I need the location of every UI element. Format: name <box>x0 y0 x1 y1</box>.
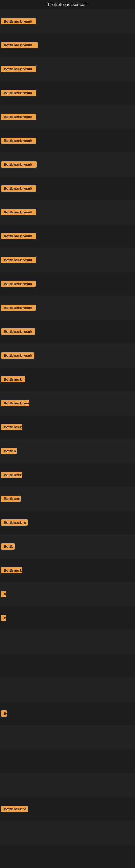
bottleneck-row <box>0 654 135 678</box>
bottleneck-badge[interactable]: Bottleneck r <box>1 376 26 382</box>
bottleneck-badge[interactable]: Bottle <box>1 543 14 550</box>
bottleneck-row <box>0 821 135 845</box>
bottleneck-row: Bottleneck result <box>0 224 135 248</box>
bottleneck-row: Bottleneck result <box>0 57 135 81</box>
bottleneck-badge[interactable]: Bottleneck re <box>1 806 28 812</box>
bottleneck-row: Bottleneck result <box>0 272 135 296</box>
bottleneck-row: Bottleneck result <box>0 33 135 57</box>
bottleneck-badge[interactable]: Bottleneck result <box>1 66 36 72</box>
bottleneck-badge[interactable]: Bottleneck re <box>1 520 28 526</box>
bottleneck-row: Bottle <box>0 534 135 558</box>
bottleneck-badge[interactable]: Bottleneck result <box>1 161 37 167</box>
bottleneck-row <box>0 845 135 868</box>
bottleneck-badge[interactable]: Bottleneck <box>1 472 22 478</box>
bottleneck-row <box>0 773 135 797</box>
bottleneck-row: Bottlenec <box>0 487 135 510</box>
bottleneck-badge[interactable]: Bottleneck result <box>1 42 38 48</box>
bottleneck-badge[interactable]: B <box>1 591 6 597</box>
bottleneck-badge[interactable]: Bottlenec <box>1 496 20 502</box>
bottleneck-row: Bottleneck result <box>0 200 135 224</box>
bottleneck-badge[interactable]: B <box>1 615 6 621</box>
bottleneck-row: Bottleneck result <box>0 296 135 319</box>
bottleneck-row: Bottleneck result <box>0 248 135 272</box>
bottleneck-row <box>0 725 135 749</box>
bottleneck-row: Bottleneck result <box>0 105 135 129</box>
bottleneck-badge[interactable]: Bo <box>1 710 7 717</box>
bottleneck-row: Bo <box>0 702 135 725</box>
bottleneck-badge[interactable]: Bottleneck result <box>1 209 36 215</box>
bottleneck-row: Bottleneck result <box>0 176 135 200</box>
bottleneck-row: B <box>0 606 135 630</box>
bottleneck-row: Bottlen <box>0 439 135 463</box>
bottleneck-row: Bottleneck result <box>0 9 135 33</box>
bottleneck-badge[interactable]: Bottleneck result <box>1 233 36 239</box>
bottleneck-badge[interactable]: Bottleneck result <box>1 137 36 144</box>
bottleneck-badge[interactable]: Bottleneck <box>1 567 22 574</box>
bottleneck-badge[interactable]: Bottleneck result <box>1 90 36 96</box>
bottleneck-row: Bottleneck <box>0 415 135 439</box>
bottleneck-row: Bottleneck r <box>0 367 135 391</box>
bottleneck-badge[interactable]: Bottleneck result <box>1 18 36 24</box>
bottleneck-row: B <box>0 582 135 606</box>
bottleneck-badge[interactable]: Bottleneck result <box>1 329 35 335</box>
bottleneck-badge[interactable]: Bottleneck result <box>1 281 36 287</box>
bottleneck-row: Bottleneck result <box>0 129 135 152</box>
bottleneck-badge[interactable]: Bottlen <box>1 448 17 454</box>
bottleneck-badge[interactable]: Bottleneck <box>1 424 22 430</box>
bottleneck-badge[interactable]: Bottleneck result <box>1 185 36 191</box>
bottleneck-badge[interactable]: Bottleneck result <box>1 352 34 359</box>
bottleneck-row: Bottleneck resu <box>0 391 135 415</box>
bottleneck-row: Bottleneck result <box>0 319 135 343</box>
bottleneck-row: Bottleneck result <box>0 152 135 176</box>
bottleneck-badge[interactable]: Bottleneck result <box>1 305 36 311</box>
bottleneck-row: Bottleneck result <box>0 81 135 105</box>
bottleneck-row: Bottleneck <box>0 463 135 487</box>
bottleneck-row <box>0 678 135 702</box>
bottleneck-row: Bottleneck re <box>0 797 135 821</box>
bottleneck-row: Bottleneck <box>0 558 135 582</box>
bottleneck-row <box>0 630 135 654</box>
bottleneck-badge[interactable]: Bottleneck resu <box>1 400 30 406</box>
bottleneck-row: Bottleneck re <box>0 510 135 534</box>
bottleneck-row <box>0 749 135 773</box>
bottleneck-badge[interactable]: Bottleneck result <box>1 114 36 120</box>
site-title: TheBottlenecker.com <box>0 0 135 9</box>
bottleneck-row: Bottleneck result <box>0 343 135 367</box>
bottleneck-badge[interactable]: Bottleneck result <box>1 257 36 263</box>
